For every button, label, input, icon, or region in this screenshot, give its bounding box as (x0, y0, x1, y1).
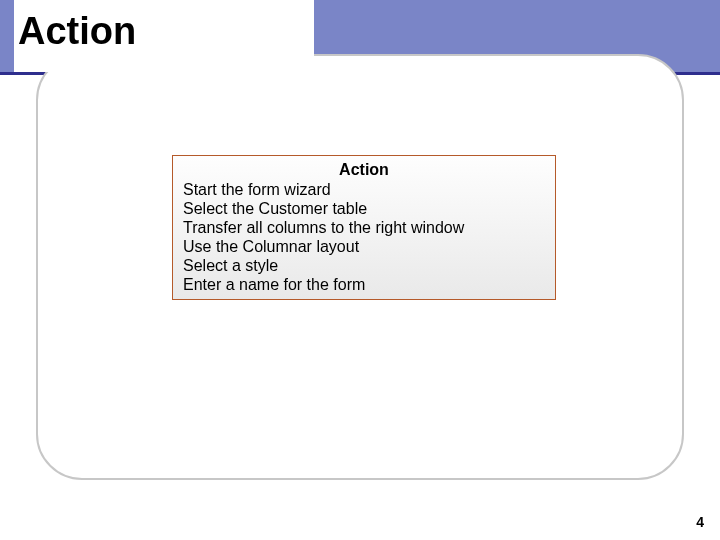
list-item: Enter a name for the form (183, 275, 545, 294)
list-item: Start the form wizard (183, 180, 545, 199)
slide: Action Action Start the form wizard Sele… (0, 0, 720, 540)
list-item: Use the Columnar layout (183, 237, 545, 256)
list-item: Transfer all columns to the right window (183, 218, 545, 237)
list-item: Select the Customer table (183, 199, 545, 218)
action-box: Action Start the form wizard Select the … (172, 155, 556, 300)
page-number: 4 (696, 514, 704, 530)
page-title: Action (18, 10, 136, 53)
list-item: Select a style (183, 256, 545, 275)
action-box-heading: Action (183, 160, 545, 180)
action-list: Start the form wizard Select the Custome… (183, 180, 545, 294)
